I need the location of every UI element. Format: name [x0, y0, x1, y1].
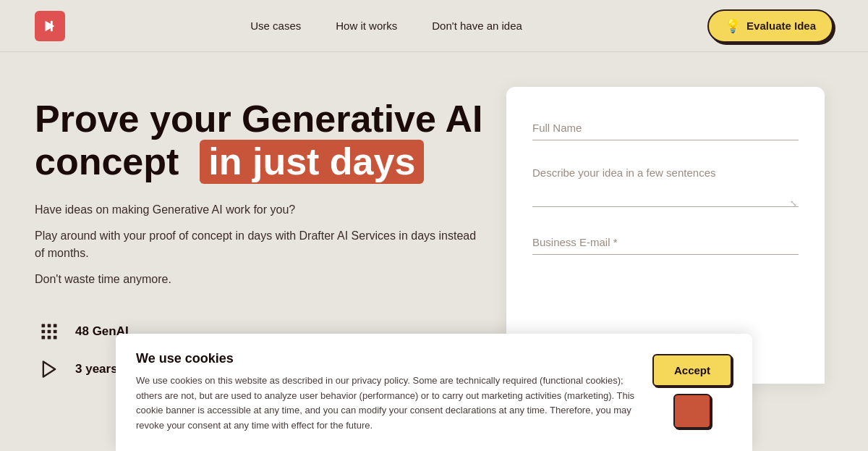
hero-title-highlight: in just days	[200, 140, 424, 184]
nav-how-it-works[interactable]: How it works	[336, 20, 397, 32]
play-icon	[35, 355, 64, 384]
full-name-input[interactable]	[532, 116, 799, 140]
svg-rect-9	[54, 336, 57, 340]
grid-icon	[35, 317, 64, 346]
hero-subtitle: Have ideas on making Generative AI work …	[35, 201, 483, 219]
hero-title: Prove your Generative AI concept in just…	[35, 98, 483, 184]
nav-use-cases[interactable]: Use cases	[250, 20, 301, 32]
email-input[interactable]	[532, 230, 799, 255]
cookie-text: We use cookies on this website as descri…	[136, 374, 635, 434]
nav-links: Use cases How it works Don't have an ide…	[250, 20, 522, 32]
logo-icon	[35, 11, 65, 41]
evaluate-idea-button[interactable]: 💡 Evaluate Idea	[707, 9, 833, 43]
full-name-group	[532, 116, 799, 140]
cookie-actions: Accept	[652, 351, 732, 429]
hero-cta: Don't waste time anymore.	[35, 271, 483, 288]
svg-marker-10	[43, 362, 55, 377]
idea-description-input[interactable]	[532, 161, 799, 207]
cookie-title: We use cookies	[136, 351, 635, 366]
logo[interactable]	[35, 11, 65, 41]
nav-no-idea[interactable]: Don't have an idea	[432, 20, 522, 32]
svg-rect-5	[48, 330, 51, 334]
bulb-icon: 💡	[725, 18, 741, 34]
email-group	[532, 230, 799, 255]
evaluate-btn-label: Evaluate Idea	[746, 20, 816, 32]
svg-rect-0	[51, 20, 53, 31]
textarea-wrap: ⤡	[532, 161, 799, 210]
svg-rect-8	[48, 336, 51, 340]
cookie-banner: We use cookies We use cookies on this we…	[116, 334, 752, 451]
resize-icon: ⤡	[790, 198, 797, 208]
svg-rect-4	[42, 330, 46, 334]
svg-rect-3	[54, 324, 57, 328]
accept-cookies-button[interactable]: Accept	[652, 354, 732, 387]
cookie-content: We use cookies We use cookies on this we…	[136, 351, 635, 434]
svg-rect-6	[54, 330, 57, 334]
hero-title-line1: Prove your Generative AI	[35, 98, 482, 140]
svg-rect-2	[48, 324, 51, 328]
navbar: Use cases How it works Don't have an ide…	[0, 0, 868, 52]
hero-title-line2: concept	[35, 140, 179, 182]
decline-cookies-button[interactable]	[673, 394, 711, 429]
hero-desc: Play around with your proof of concept i…	[35, 227, 483, 262]
svg-rect-7	[42, 336, 46, 340]
logo-svg	[42, 18, 58, 34]
svg-rect-1	[42, 324, 46, 328]
idea-description-group: ⤡	[532, 161, 799, 210]
